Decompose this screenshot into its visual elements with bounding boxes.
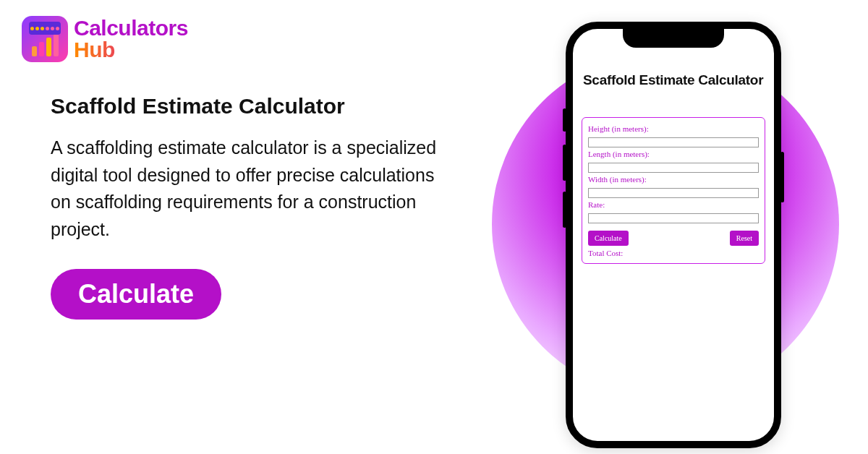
logo-text: Calculators Hub xyxy=(74,17,188,61)
page-description: A scaffolding estimate calculator is a s… xyxy=(51,134,441,243)
phone-side-button xyxy=(780,152,784,202)
length-label: Length (in meters): xyxy=(588,150,759,158)
phone-mockup: Scaffold Estimate Calculator Height (in … xyxy=(566,22,781,448)
phone-side-button xyxy=(563,145,566,181)
rate-label: Rate: xyxy=(588,200,759,209)
phone-side-button xyxy=(563,108,566,132)
length-input[interactable] xyxy=(588,163,759,173)
bar-icon xyxy=(32,46,37,56)
calculator-form: Height (in meters): Length (in meters): … xyxy=(582,117,765,264)
phone-screen: Scaffold Estimate Calculator Height (in … xyxy=(573,29,774,441)
form-button-row: Calculate Reset xyxy=(588,231,759,246)
width-label: Width (in meters): xyxy=(588,175,759,184)
calculate-button[interactable]: Calculate xyxy=(588,231,629,246)
bar-icon xyxy=(39,42,44,56)
brand-logo: Calculators Hub xyxy=(22,16,188,62)
width-input[interactable] xyxy=(588,188,759,198)
rate-input[interactable] xyxy=(588,213,759,223)
page-title: Scaffold Estimate Calculator xyxy=(51,94,441,119)
height-label: Height (in meters): xyxy=(588,124,759,133)
height-input[interactable] xyxy=(588,137,759,147)
total-cost-label: Total Cost: xyxy=(588,249,759,257)
logo-icon xyxy=(22,16,68,62)
main-content: Scaffold Estimate Calculator A scaffoldi… xyxy=(51,94,441,320)
app-title: Scaffold Estimate Calculator xyxy=(583,72,764,88)
bar-icon xyxy=(46,38,51,56)
logo-subtitle: Hub xyxy=(74,39,188,61)
calculator-icon xyxy=(29,22,61,35)
calculate-cta-button[interactable]: Calculate xyxy=(51,269,221,320)
logo-title: Calculators xyxy=(74,17,188,39)
reset-button[interactable]: Reset xyxy=(730,231,759,246)
phone-side-button xyxy=(563,192,566,228)
bar-icon xyxy=(54,33,59,56)
